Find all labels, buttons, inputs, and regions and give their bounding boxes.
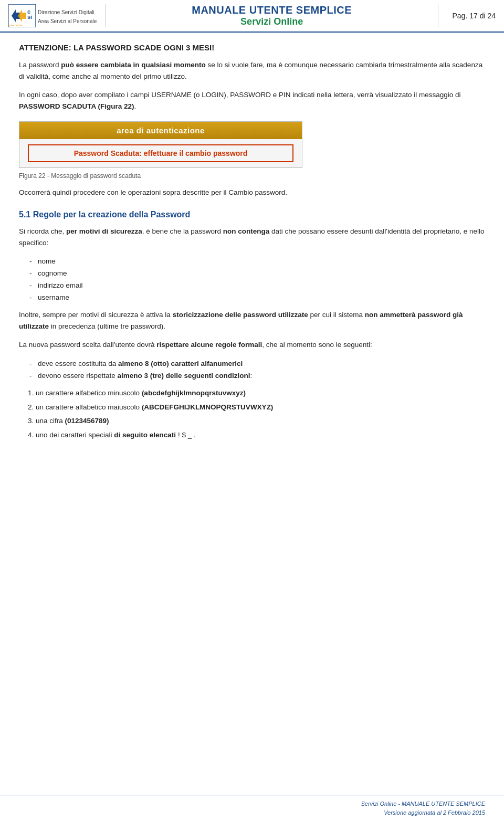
p4-bold1: per motivi di sicurezza: [66, 227, 142, 235]
footer-line1: Servizi Online - MANUALE UTENTE SEMPLICE: [361, 799, 485, 808]
rule1-bold: almeno 8 (otto) caratteri alfanumerici: [118, 360, 243, 367]
password-scaduta-text: Password Scaduta: effettuare il cambio p…: [74, 149, 248, 157]
rule2-before: devono essere rispettate: [38, 372, 118, 380]
p4-before: Si ricorda che,: [19, 227, 66, 235]
subrule2-bold: (ABCDEFGHIJKLMNOPQRSTUVWXYZ): [142, 403, 274, 411]
auth-area-box: area di autenticazione Password Scaduta:…: [19, 121, 302, 168]
rule2-after: :: [250, 372, 252, 380]
list-item-nome: nome: [29, 256, 485, 268]
password-scaduta-bar: Password Scaduta: effettuare il cambio p…: [28, 144, 293, 162]
auth-area-header: area di autenticazione: [19, 122, 302, 139]
subrule4-after: ! $ _ .: [176, 431, 196, 439]
list-item-cognome: cognome: [29, 268, 485, 280]
logo-csi: c si piemonte Direzione Servizi Digitali…: [8, 4, 97, 27]
main-title: MANUALE UTENTE SEMPLICE: [192, 4, 352, 16]
svg-text:piemonte: piemonte: [9, 24, 23, 27]
rules-list: deve essere costituita da almeno 8 (otto…: [29, 358, 485, 382]
subrule-4: uno dei caratteri speciali di seguito el…: [36, 429, 485, 441]
p2-before: In ogni caso, dopo aver compilato i camp…: [19, 91, 461, 99]
logo-section: c si piemonte Direzione Servizi Digitali…: [8, 4, 106, 27]
auth-area-body: Password Scaduta: effettuare il cambio p…: [19, 139, 302, 167]
p5-after: in precedenza (ultime tre password).: [49, 322, 165, 330]
paragraph-5: Inoltre, sempre per motivi di sicurezza …: [19, 309, 485, 332]
p5-bold1: storicizzazione delle password utilizzat…: [173, 311, 308, 319]
p2-after: .: [134, 102, 136, 110]
page-wrapper: c si piemonte Direzione Servizi Digitali…: [0, 0, 504, 821]
p6-after: , che al momento sono le seguenti:: [262, 341, 372, 349]
paragraph-4: Si ricorda che, per motivi di sicurezza,…: [19, 226, 485, 248]
sub-title: Servizi Online: [240, 16, 303, 27]
list-item-username: username: [29, 292, 485, 304]
page-content: ATTENZIONE: LA PASSWORD SCADE OGNI 3 MES…: [0, 33, 504, 457]
attention-title: ATTENZIONE: LA PASSWORD SCADE OGNI 3 MES…: [19, 43, 485, 52]
rule-1: deve essere costituita da almeno 8 (otto…: [29, 358, 485, 370]
logo-box: c si piemonte Direzione Servizi Digitali…: [8, 4, 97, 27]
list-item-email: indirizzo email: [29, 280, 485, 292]
paragraph-3: Occorrerà quindi procedere con le operaz…: [19, 187, 485, 198]
subrule1-before: un carattere alfabetico minuscolo: [36, 389, 142, 397]
section-title: 5.1 Regole per la creazione della Passwo…: [19, 210, 485, 219]
p6-before: La nuova password scelta dall'utente dov…: [19, 341, 156, 349]
p6-bold: rispettare alcune regole formali: [156, 341, 262, 349]
footer-text: Servizi Online - MANUALE UTENTE SEMPLICE…: [361, 799, 485, 817]
subrule3-before: una cifra: [36, 417, 65, 425]
paragraph-1: La password può essere cambiata in quals…: [19, 59, 485, 82]
p1-bold: può essere cambiata in qualsiasi momento: [61, 61, 205, 69]
subrule3-bold: (0123456789): [65, 417, 109, 425]
page-number: Pag. 17 di 24: [438, 4, 496, 27]
page-header: c si piemonte Direzione Servizi Digitali…: [0, 0, 504, 33]
subrule4-bold: di seguito elencati: [114, 431, 176, 439]
page-label: Pag. 17 di 24: [452, 12, 496, 20]
p5-before: Inoltre, sempre per motivi di sicurezza …: [19, 311, 173, 319]
p4-middle: , è bene che la password: [142, 227, 223, 235]
subrules-list: un carattere alfabetico minuscolo (abcde…: [36, 387, 485, 442]
footer-line2: Versione aggiornata al 2 Febbraio 2015: [361, 808, 485, 817]
header-title-section: MANUALE UTENTE SEMPLICE Servizi Online: [106, 4, 438, 27]
subrule-1: un carattere alfabetico minuscolo (abcde…: [36, 387, 485, 399]
paragraph-2: In ogni caso, dopo aver compilato i camp…: [19, 89, 485, 112]
p5-middle: per cui il sistema: [308, 311, 365, 319]
figure-caption: Figura 22 - Messaggio di password scadut…: [19, 172, 485, 180]
page-footer: Servizi Online - MANUALE UTENTE SEMPLICE…: [0, 795, 504, 821]
subrule1-bold: (abcdefghijklmnopqrstuvwxyz): [142, 389, 246, 397]
subrule-3: una cifra (0123456789): [36, 415, 485, 427]
p1-before: La password: [19, 61, 61, 69]
security-list: nome cognome indirizzo email username: [29, 256, 485, 304]
svg-text:si: si: [27, 14, 32, 20]
subrule4-before: uno dei caratteri speciali: [36, 431, 114, 439]
rule-2: devono essere rispettate almeno 3 (tre) …: [29, 370, 485, 382]
rule2-bold: almeno 3 (tre) delle seguenti condizioni: [118, 372, 250, 380]
logo-text-area: Direzione Servizi Digitali Area Servizi …: [38, 7, 97, 25]
subrule-2: un carattere alfabetico maiuscolo (ABCDE…: [36, 402, 485, 414]
paragraph-6: La nuova password scelta dall'utente dov…: [19, 339, 485, 351]
p2-bold: PASSWORD SCADUTA (Figura 22): [19, 102, 134, 110]
logo-subtitle-line1: Direzione Servizi Digitali: [38, 9, 97, 16]
rule1-before: deve essere costituita da: [38, 360, 118, 367]
subrule2-before: un carattere alfabetico maiuscolo: [36, 403, 142, 411]
p4-bold2: non contenga: [223, 227, 270, 235]
csi-logo-icon: c si piemonte: [8, 4, 36, 27]
logo-subtitle-line2: Area Servizi al Personale: [38, 18, 97, 25]
